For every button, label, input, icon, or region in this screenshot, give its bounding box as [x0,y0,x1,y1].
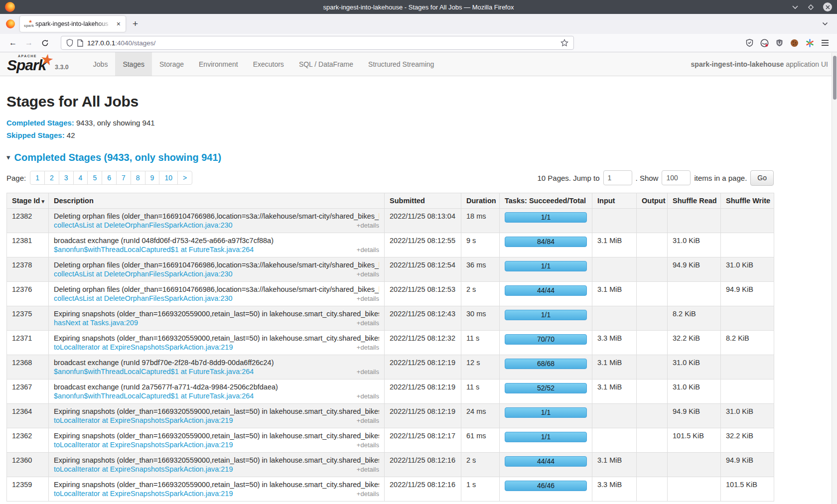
window-maximize-icon[interactable] [808,4,814,10]
skipped-stages-link[interactable]: Skipped Stages: [6,131,65,139]
details-toggle[interactable]: +details [357,441,379,449]
stage-detail-link[interactable]: toLocalIterator at ExpireSnapshotsSparkA… [54,416,233,424]
stage-detail-link[interactable]: toLocalIterator at ExpireSnapshotsSparkA… [54,465,233,473]
skipped-stages-summary: Skipped Stages: 42 [6,130,774,140]
page-button-10[interactable]: 10 [159,171,178,185]
stage-row-12359: 12359Expiring snapshots (older_than=1669… [7,477,774,501]
page-button-6[interactable]: 6 [102,171,117,185]
tab-close-icon[interactable]: × [116,19,122,28]
nav-item-structured-streaming[interactable]: Structured Streaming [361,52,441,76]
details-toggle[interactable]: +details [357,466,379,473]
go-button[interactable]: Go [750,170,774,186]
tab-list-chevron-icon[interactable] [822,22,833,26]
stage-description: Expiring snapshots (older_than=166932055… [54,310,379,318]
spark-logo[interactable]: APACHE Spark ★ 3.3.0 [7,52,74,76]
new-tab-button[interactable]: + [129,18,142,29]
stage-detail-link[interactable]: toLocalIterator at ExpireSnapshotsSparkA… [54,441,233,449]
stage-detail-link[interactable]: toLocalIterator at ExpireSnapshotsSparkA… [54,490,233,498]
extension-shield-check-icon[interactable] [746,39,753,47]
page-button-5[interactable]: 5 [87,171,102,185]
tracking-shield-icon[interactable] [66,39,73,47]
shuffle-read-cell: 94.9 KiB [668,257,721,281]
page-button-3[interactable]: 3 [59,171,74,185]
completed-stages-section-toggle[interactable]: ▾ Completed Stages (9433, only showing 9… [6,152,774,163]
cookie-icon[interactable] [790,39,799,47]
column-header-input[interactable]: Input [592,193,637,208]
stage-detail-link[interactable]: hasNext at Tasks.java:209 [54,319,138,327]
stage-detail-link[interactable]: collectAsList at DeleteOrphanFilesSparkA… [54,270,233,278]
details-toggle[interactable]: +details [357,246,379,253]
tasks-cell: 1/1 [500,403,592,428]
url-bar[interactable]: 127.0.0.1:4040/stages/ [61,36,574,50]
details-toggle[interactable]: +details [357,295,379,302]
page-info-icon[interactable] [77,39,83,47]
browser-tab[interactable]: spark★ spark-ingest-into-lakehous × [20,16,126,32]
column-header-stage-id[interactable]: Stage Id▾ [7,193,49,208]
scrollbar-thumb[interactable] [833,56,837,100]
details-toggle[interactable]: +details [357,344,379,351]
page-button-9[interactable]: 9 [145,171,160,185]
column-header-shuffle-read[interactable]: Shuffle Read [668,193,721,208]
menu-hamburger-icon[interactable] [821,39,829,46]
output-cell [637,306,668,330]
stage-detail-link[interactable]: toLocalIterator at ExpireSnapshotsSparkA… [54,343,233,351]
input-cell: 3.3 MiB [592,330,637,355]
jump-to-page-input[interactable] [603,170,632,185]
page-button-8[interactable]: 8 [131,171,145,185]
ublock-shield-icon[interactable] [776,39,783,47]
stage-detail-link[interactable]: $anonfun$withThreadLocalCaptured$1 at Fu… [54,392,254,400]
stage-id-cell: 12371 [7,330,49,355]
nav-item-environment[interactable]: Environment [191,52,246,76]
details-toggle[interactable]: +details [357,222,379,229]
submitted-cell: 2022/11/25 08:12:19 [385,355,461,379]
page-content: Stages for All Jobs Completed Stages: 94… [0,76,774,502]
page-button-1[interactable]: 1 [30,171,45,185]
details-toggle[interactable]: +details [357,270,379,278]
stage-row-12367: 12367broadcast exchange (runId 2a75677f-… [7,379,774,403]
completed-stages-link[interactable]: Completed Stages: [6,119,74,127]
privacy-mask-icon[interactable] [760,39,769,47]
firefox-view-icon[interactable] [4,17,17,30]
nav-item-stages[interactable]: Stages [115,52,152,76]
window-close-icon[interactable] [823,2,832,11]
details-toggle[interactable]: +details [357,417,379,424]
stage-detail-link[interactable]: $anonfun$withThreadLocalCaptured$1 at Fu… [54,368,254,376]
nav-item-executors[interactable]: Executors [246,52,291,76]
page-button-4[interactable]: 4 [73,171,88,185]
bookmark-star-icon[interactable] [560,39,568,47]
output-cell [637,208,668,233]
duration-cell: 61 ms [461,428,500,452]
details-toggle[interactable]: +details [357,319,379,327]
window-minimize-icon[interactable] [792,5,799,9]
details-toggle[interactable]: +details [357,368,379,376]
section-title: Completed Stages (9433, only showing 941… [14,152,222,163]
page-next-button[interactable]: > [177,171,192,185]
reload-icon[interactable] [38,36,52,50]
nav-item-sql-dataframe[interactable]: SQL / DataFrame [291,52,361,76]
column-header-duration[interactable]: Duration [461,193,500,208]
items-per-page-input[interactable] [662,170,691,185]
details-toggle[interactable]: +details [357,392,379,400]
nav-item-jobs[interactable]: Jobs [86,52,116,76]
duration-cell: 11 s [461,379,500,403]
back-button[interactable]: ← [6,36,20,50]
stage-detail-link[interactable]: $anonfun$withThreadLocalCaptured$1 at Fu… [54,246,254,253]
output-cell [637,355,668,379]
url-text[interactable]: 127.0.0.1:4040/stages/ [87,39,557,47]
column-header-tasks-succeeded-total[interactable]: Tasks: Succeeded/Total [500,193,592,208]
nav-item-storage[interactable]: Storage [152,52,191,76]
details-toggle[interactable]: +details [357,490,379,498]
page-scrollbar[interactable] [832,53,837,504]
column-header-submitted[interactable]: Submitted [385,193,461,208]
description-cell: broadcast exchange (runId 97bdf70e-2f28-… [49,355,385,379]
stage-id-cell: 12368 [7,355,49,379]
column-header-output[interactable]: Output [637,193,668,208]
stage-detail-link[interactable]: collectAsList at DeleteOrphanFilesSparkA… [54,221,233,229]
stage-row-12376: 12376Deleting orphan files (older_than=1… [7,281,774,306]
column-header-shuffle-write[interactable]: Shuffle Write [721,193,774,208]
column-header-description[interactable]: Description [49,193,385,208]
stage-detail-link[interactable]: collectAsList at DeleteOrphanFilesSparkA… [54,294,233,302]
color-asterisk-extension-icon[interactable] [806,39,814,47]
page-button-2[interactable]: 2 [44,171,59,185]
page-button-7[interactable]: 7 [116,171,131,185]
